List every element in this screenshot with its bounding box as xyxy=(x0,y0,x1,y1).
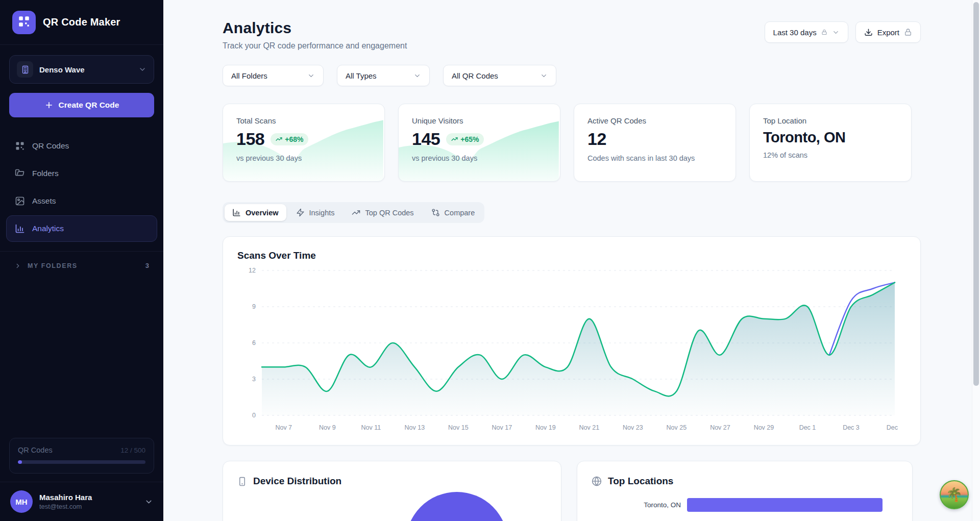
stat-card-top-location: Top Location Toronto, ON 12% of scans xyxy=(749,104,912,182)
svg-text:Dec 3: Dec 3 xyxy=(843,424,860,431)
tropical-widget-button[interactable]: 🌴 xyxy=(940,480,969,509)
page-title: Analytics xyxy=(223,19,407,37)
svg-text:0: 0 xyxy=(252,412,256,419)
tab-label: Overview xyxy=(246,209,279,217)
sidebar-nav: QR Codes Folders Assets Analytics xyxy=(0,133,163,242)
page-header: Analytics Track your QR code performance… xyxy=(223,19,921,51)
svg-text:9: 9 xyxy=(252,303,256,310)
stat-caption: vs previous 30 days xyxy=(236,154,371,162)
tab-insights[interactable]: Insights xyxy=(288,204,342,221)
user-name: Masahiro Hara xyxy=(39,493,92,502)
trend-badge: +68% xyxy=(271,133,308,145)
user-email: test@test.com xyxy=(39,503,92,510)
usage-progress-fill xyxy=(18,460,22,464)
scrollbar-thumb[interactable] xyxy=(973,2,979,386)
create-qr-code-button[interactable]: Create QR Code xyxy=(9,93,154,117)
my-folders-section-toggle[interactable]: MY FOLDERS 3 xyxy=(0,252,163,269)
qr-code-icon xyxy=(15,141,25,151)
tab-top-qr-codes[interactable]: Top QR Codes xyxy=(344,204,421,221)
scans-over-time-card: Scans Over Time 036912Nov 7Nov 9Nov 11No… xyxy=(223,236,921,445)
folders-filter-dropdown[interactable]: All Folders xyxy=(223,65,324,86)
stat-caption: vs previous 30 days xyxy=(412,154,547,162)
trending-up-icon xyxy=(276,136,282,142)
chevron-down-icon xyxy=(138,65,146,73)
create-qr-code-label: Create QR Code xyxy=(59,101,119,110)
stat-label: Active QR Codes xyxy=(587,116,722,125)
stat-value: 158 xyxy=(236,129,264,149)
svg-text:Nov 13: Nov 13 xyxy=(405,424,425,431)
building-icon xyxy=(17,61,33,78)
qr-code-icon xyxy=(17,15,31,30)
area-chart: 036912Nov 7Nov 9Nov 11Nov 13Nov 15Nov 17… xyxy=(237,265,899,434)
svg-text:Nov 25: Nov 25 xyxy=(667,424,687,431)
workspace-selector[interactable]: Denso Wave xyxy=(9,55,154,84)
stat-label: Total Scans xyxy=(236,116,371,125)
qr-codes-filter-label: All QR Codes xyxy=(452,71,498,80)
lock-icon xyxy=(904,28,912,36)
image-icon xyxy=(15,196,25,206)
qr-codes-filter-dropdown[interactable]: All QR Codes xyxy=(443,65,556,86)
svg-text:Nov 7: Nov 7 xyxy=(275,424,292,431)
types-filter-label: All Types xyxy=(346,71,377,80)
svg-text:Nov 23: Nov 23 xyxy=(623,424,643,431)
svg-text:Nov 19: Nov 19 xyxy=(535,424,556,431)
sidebar-item-assets[interactable]: Assets xyxy=(6,188,157,214)
location-label: Toronto, ON xyxy=(592,501,681,509)
stat-cards-row: Total Scans 158 +68% vs previous 30 days… xyxy=(223,104,921,182)
types-filter-dropdown[interactable]: All Types xyxy=(337,65,430,86)
avatar: MH xyxy=(10,490,33,513)
stat-card-unique-visitors: Unique Visitors 145 +65% vs previous 30 … xyxy=(398,104,560,182)
tab-overview[interactable]: Overview xyxy=(225,204,286,221)
my-folders-count: 3 xyxy=(145,262,149,269)
sidebar: QR Code Maker Denso Wave Create QR Code … xyxy=(0,0,163,521)
device-donut-chart xyxy=(406,492,508,521)
globe-icon xyxy=(592,476,602,486)
device-distribution-card: Device Distribution xyxy=(223,461,561,521)
usage-label: QR Codes xyxy=(18,446,53,454)
location-bar xyxy=(687,498,883,512)
chevron-down-icon xyxy=(144,498,153,506)
bar-chart-icon xyxy=(232,208,241,217)
main-content: Analytics Track your QR code performance… xyxy=(163,0,980,521)
app-title: QR Code Maker xyxy=(43,16,120,28)
sidebar-item-label: Folders xyxy=(32,169,59,178)
sidebar-item-qr-codes[interactable]: QR Codes xyxy=(6,133,157,159)
plus-icon xyxy=(44,101,54,110)
svg-text:3: 3 xyxy=(252,376,256,383)
tab-label: Top QR Codes xyxy=(365,209,413,217)
bottom-cards-row: Device Distribution Top Locations Toront… xyxy=(223,461,921,521)
trending-up-icon xyxy=(352,208,360,217)
svg-text:Nov 11: Nov 11 xyxy=(361,424,381,431)
svg-text:12: 12 xyxy=(249,267,256,274)
chevron-down-icon xyxy=(307,72,315,80)
tab-label: Compare xyxy=(445,209,475,217)
svg-text:6: 6 xyxy=(252,339,256,346)
chevron-down-icon xyxy=(832,29,840,36)
svg-text:Nov 27: Nov 27 xyxy=(710,424,730,431)
top-locations-card: Top Locations Toronto, ON xyxy=(577,461,913,521)
sidebar-spacer xyxy=(0,269,163,438)
stat-caption: Codes with scans in last 30 days xyxy=(587,154,722,162)
filters-row: All Folders All Types All QR Codes xyxy=(223,65,921,86)
date-range-button[interactable]: Last 30 days xyxy=(765,21,848,43)
sidebar-item-analytics[interactable]: Analytics xyxy=(6,215,157,242)
tab-compare[interactable]: Compare xyxy=(424,204,483,221)
chevron-right-icon xyxy=(14,262,21,269)
scans-chart: 036912Nov 7Nov 9Nov 11Nov 13Nov 15Nov 17… xyxy=(237,265,906,436)
chevron-down-icon xyxy=(413,72,421,80)
stat-value: Toronto, ON xyxy=(763,129,845,146)
app-logo xyxy=(12,11,36,34)
sidebar-header: QR Code Maker xyxy=(0,0,163,45)
chevron-down-icon xyxy=(540,72,548,80)
tab-label: Insights xyxy=(309,209,335,217)
my-folders-label: MY FOLDERS xyxy=(28,262,78,269)
export-button[interactable]: Export xyxy=(855,21,921,43)
folders-filter-label: All Folders xyxy=(231,71,267,80)
svg-text:Nov 29: Nov 29 xyxy=(754,424,774,431)
folder-icon xyxy=(15,168,25,179)
sidebar-item-folders[interactable]: Folders xyxy=(6,160,157,187)
scrollbar-track[interactable] xyxy=(972,0,980,521)
trending-up-icon xyxy=(451,136,458,142)
user-menu[interactable]: MH Masahiro Hara test@test.com xyxy=(0,482,163,521)
workspace-name: Denso Wave xyxy=(39,65,132,74)
